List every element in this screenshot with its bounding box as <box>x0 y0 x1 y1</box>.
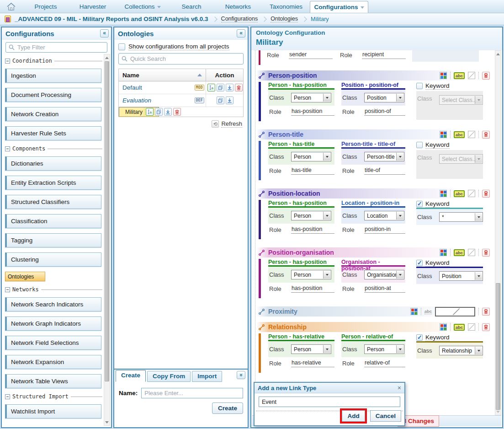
nav-item-configurations[interactable]: Configurations <box>310 1 368 13</box>
rename-icon[interactable]: a <box>207 84 215 91</box>
no-color-icon[interactable] <box>468 249 475 256</box>
keyword-checkbox[interactable] <box>416 260 423 266</box>
download-icon[interactable] <box>226 84 233 91</box>
abc-label-icon[interactable]: abc <box>424 309 432 314</box>
all-projects-checkbox[interactable] <box>118 43 125 50</box>
target-class-select[interactable]: Person <box>364 344 404 354</box>
delete-icon[interactable] <box>235 84 243 91</box>
sidebar-item-network-expansion[interactable]: Network Expansion <box>5 355 101 369</box>
dropdown-arrow-icon[interactable] <box>475 272 482 280</box>
target-class-select[interactable]: Position <box>364 93 404 102</box>
target-role-value[interactable]: position-at <box>364 285 405 293</box>
sidebar-item-document-processing[interactable]: Document Processing <box>5 88 101 102</box>
cancel-button[interactable]: Cancel <box>370 410 401 422</box>
delete-icon[interactable] <box>173 108 181 116</box>
source-role-value[interactable]: has-position <box>291 285 334 293</box>
sidebar-item-watchlist-import[interactable]: Watchlist Import <box>5 404 101 418</box>
collapse-section-icon[interactable] <box>5 146 10 151</box>
tab-copy-from[interactable]: Copy From <box>147 371 191 382</box>
no-color-icon[interactable] <box>468 190 475 197</box>
delete-link-type-icon[interactable] <box>482 308 490 316</box>
refresh-icon[interactable]: ⟲ <box>212 120 219 128</box>
collapse-sidebar-button[interactable] <box>100 29 109 38</box>
source-role-value[interactable]: has-relative <box>291 359 334 367</box>
source-role-value[interactable]: has-position <box>291 108 334 116</box>
sidebar-item-entity-extraction-scripts[interactable]: Entity Extraction Scripts <box>5 176 101 190</box>
target-class-select[interactable]: Organisation <box>364 270 404 279</box>
nav-item-taxonomies[interactable]: Taxonomies <box>262 0 310 13</box>
download-icon[interactable] <box>164 108 172 116</box>
dropdown-arrow-icon[interactable] <box>396 153 403 161</box>
section-coordination[interactable]: Coordination <box>5 58 102 64</box>
no-color-icon[interactable] <box>435 307 475 316</box>
source-class-select[interactable]: Person <box>291 93 331 102</box>
source-class-select[interactable]: Person <box>291 211 331 220</box>
keyword-class-select[interactable]: Position <box>439 271 483 281</box>
link-type-header[interactable]: Position-organisation abc <box>257 247 492 257</box>
sidebar-scrollbar[interactable] <box>104 54 110 426</box>
sidebar-item-tagging[interactable]: Tagging <box>5 233 101 247</box>
sort-ascending-icon[interactable] <box>197 74 202 76</box>
sidebar-item-structured-classifiers[interactable]: Structured Classifiers <box>5 195 101 209</box>
dropdown-arrow-icon[interactable] <box>323 271 330 279</box>
section-components[interactable]: Components <box>5 145 102 152</box>
sidebar-item-network-search-indicators[interactable]: Network Search Indicators <box>5 297 101 311</box>
source-role-value[interactable]: sender <box>289 51 333 59</box>
source-class-select[interactable]: Person <box>291 344 331 354</box>
collapse-section-icon[interactable] <box>5 59 10 64</box>
palette-grid-icon[interactable] <box>440 190 447 197</box>
keyword-class-select[interactable]: * <box>439 212 483 222</box>
section-structured-import[interactable]: Structured Import <box>5 393 102 400</box>
copy-icon[interactable] <box>155 108 163 116</box>
dropdown-arrow-icon[interactable] <box>323 94 330 102</box>
target-class-select[interactable]: Location <box>364 211 404 220</box>
quick-search-input[interactable] <box>130 55 240 62</box>
keyword-checkbox[interactable] <box>416 334 423 341</box>
abc-label-icon[interactable]: abc <box>454 249 465 256</box>
sidebar-item-ontologies[interactable]: Ontologies <box>5 272 45 281</box>
scroll-up-arrow[interactable] <box>104 54 110 61</box>
dropdown-arrow-icon[interactable] <box>323 153 330 161</box>
sidebar-item-network-field-selections[interactable]: Network Field Selections <box>5 336 101 350</box>
name-column-header[interactable]: Name <box>119 72 206 79</box>
dropdown-arrow-icon[interactable] <box>396 94 403 102</box>
nav-item-collections[interactable]: Collections <box>116 0 169 13</box>
scroll-down-arrow[interactable] <box>495 408 501 415</box>
dropdown-arrow-icon[interactable] <box>396 271 403 279</box>
sidebar-item-ingestion[interactable]: Ingestion <box>5 69 101 83</box>
delete-link-type-icon[interactable] <box>482 72 490 80</box>
target-role-value[interactable]: position-of <box>364 108 405 116</box>
dropdown-arrow-icon[interactable] <box>396 212 403 220</box>
link-type-header[interactable]: Person-position abc <box>257 70 492 80</box>
link-type-header[interactable]: Proximity abc <box>257 306 492 316</box>
link-type-name-input[interactable] <box>259 397 400 407</box>
tab-import[interactable]: Import <box>192 371 222 382</box>
target-role-value[interactable]: relative-of <box>364 359 405 367</box>
table-row-evaluation[interactable]: EvaluationDEF <box>119 94 243 107</box>
close-icon[interactable]: × <box>398 385 401 391</box>
nav-item-harvester[interactable]: Harvester <box>69 0 116 13</box>
palette-grid-icon[interactable] <box>440 249 447 256</box>
copy-icon[interactable] <box>217 84 224 91</box>
abc-label-icon[interactable]: abc <box>454 190 465 197</box>
collapse-create-area-button[interactable] <box>237 371 245 379</box>
sidebar-item-harvester-rule-sets[interactable]: Harvester Rule Sets <box>5 126 101 140</box>
add-button[interactable]: Add <box>342 410 365 422</box>
rename-icon[interactable]: a <box>146 108 154 116</box>
scrollbar-thumb[interactable] <box>105 61 109 381</box>
delete-link-type-icon[interactable] <box>482 323 490 331</box>
sidebar-item-network-creation[interactable]: Network Creation <box>5 107 101 121</box>
collapse-section-icon[interactable] <box>5 394 10 399</box>
breadcrumb-ontologies[interactable]: Ontologies <box>271 16 298 22</box>
abc-label-icon[interactable]: abc <box>454 324 465 331</box>
no-color-icon[interactable] <box>468 323 475 331</box>
refresh-link[interactable]: Refresh <box>221 120 242 128</box>
keyword-checkbox[interactable] <box>416 201 423 207</box>
section-networks[interactable]: Networks <box>5 286 102 293</box>
delete-link-type-icon[interactable] <box>482 249 490 257</box>
sidebar-item-network-table-views[interactable]: Network Table Views <box>5 374 101 388</box>
dropdown-arrow-icon[interactable] <box>475 213 482 221</box>
nav-item-search[interactable]: Search <box>169 0 214 13</box>
sidebar-item-clustering[interactable]: Clustering <box>5 252 101 267</box>
dropdown-arrow-icon[interactable] <box>323 212 330 220</box>
